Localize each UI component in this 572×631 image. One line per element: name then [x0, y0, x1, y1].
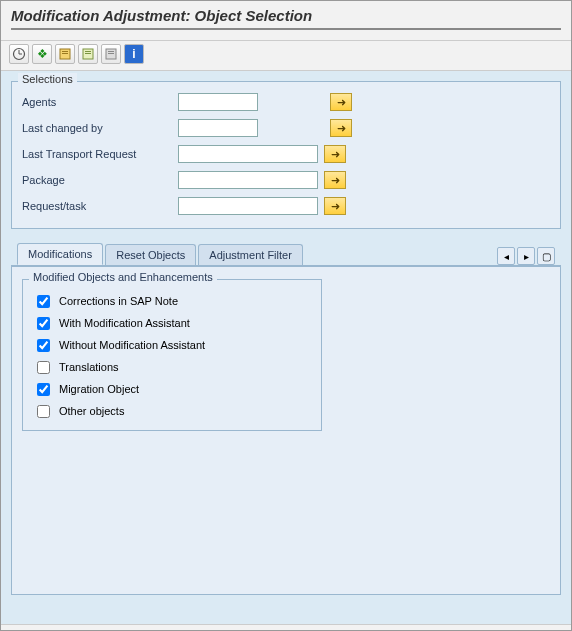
- svg-rect-7: [85, 51, 91, 52]
- chk-corrections-sap-note[interactable]: [37, 295, 50, 308]
- delete-variant-icon[interactable]: [101, 44, 121, 64]
- get-variant-icon[interactable]: [78, 44, 98, 64]
- selection-row: Last Transport Request ➜: [22, 142, 550, 166]
- selection-row: Last changed by ➜: [22, 116, 550, 140]
- tab-reset-objects[interactable]: Reset Objects: [105, 244, 196, 265]
- chk-with-mod-assist[interactable]: [37, 317, 50, 330]
- multi-select-icon[interactable]: ➜: [330, 119, 352, 137]
- selection-row: Request/task ➜: [22, 194, 550, 218]
- agents-input[interactable]: [178, 93, 258, 111]
- multi-select-icon[interactable]: ➜: [324, 197, 346, 215]
- svg-rect-10: [108, 51, 114, 52]
- multi-select-icon[interactable]: ➜: [324, 145, 346, 163]
- tab-scroll-right-icon[interactable]: ▸: [517, 247, 535, 265]
- title-bar: Modification Adjustment: Object Selectio…: [1, 1, 571, 41]
- selection-row: Package ➜: [22, 168, 550, 192]
- tab-modifications[interactable]: Modifications: [17, 243, 103, 265]
- selection-row: Agents ➜: [22, 90, 550, 114]
- checkbox-row: Migration Object: [33, 378, 311, 400]
- selections-group: Selections Agents ➜ Last changed by ➜ La…: [11, 81, 561, 229]
- execute-icon[interactable]: [9, 44, 29, 64]
- checkbox-row: Other objects: [33, 400, 311, 422]
- last-changed-by-input[interactable]: [178, 119, 258, 137]
- footer-strip: [1, 624, 571, 630]
- sap-window: Modification Adjustment: Object Selectio…: [0, 0, 572, 631]
- field-label: Request/task: [22, 200, 172, 212]
- chk-translations[interactable]: [37, 361, 50, 374]
- last-transport-input[interactable]: [178, 145, 318, 163]
- checkbox-label: Without Modification Assistant: [59, 339, 205, 351]
- page-title: Modification Adjustment: Object Selectio…: [11, 7, 561, 30]
- variant-icon[interactable]: ❖: [32, 44, 52, 64]
- tab-body: Modified Objects and Enhancements Correc…: [12, 266, 560, 443]
- info-icon[interactable]: i: [124, 44, 144, 64]
- field-label: Last Transport Request: [22, 148, 172, 160]
- multi-select-icon[interactable]: ➜: [324, 171, 346, 189]
- checkbox-row: Corrections in SAP Note: [33, 290, 311, 312]
- checkbox-label: Other objects: [59, 405, 124, 417]
- tabstrip: Modifications Reset Objects Adjustment F…: [11, 243, 561, 595]
- chk-migration-object[interactable]: [37, 383, 50, 396]
- svg-rect-5: [62, 53, 68, 54]
- multi-select-icon[interactable]: ➜: [330, 93, 352, 111]
- svg-rect-8: [85, 53, 91, 54]
- field-label: Package: [22, 174, 172, 186]
- field-label: Agents: [22, 96, 172, 108]
- tab-scroll-left-icon[interactable]: ◂: [497, 247, 515, 265]
- svg-rect-11: [108, 53, 114, 54]
- checkbox-row: Translations: [33, 356, 311, 378]
- modified-objects-group: Modified Objects and Enhancements Correc…: [22, 279, 322, 431]
- tab-list-icon[interactable]: ▢: [537, 247, 555, 265]
- field-label: Last changed by: [22, 122, 172, 134]
- checkbox-label: Translations: [59, 361, 119, 373]
- checkbox-label: With Modification Assistant: [59, 317, 190, 329]
- chk-without-mod-assist[interactable]: [37, 339, 50, 352]
- svg-rect-4: [62, 51, 68, 52]
- checkbox-row: Without Modification Assistant: [33, 334, 311, 356]
- tab-adjustment-filter[interactable]: Adjustment Filter: [198, 244, 303, 265]
- tabs-row: Modifications Reset Objects Adjustment F…: [11, 242, 561, 264]
- toolbar: ❖ i: [1, 41, 571, 71]
- checkbox-row: With Modification Assistant: [33, 312, 311, 334]
- content-area: © www.tutorialkart.com Selections Agents…: [1, 71, 571, 631]
- tab-body-container: Modified Objects and Enhancements Correc…: [11, 265, 561, 595]
- selections-title: Selections: [18, 73, 77, 85]
- package-input[interactable]: [178, 171, 318, 189]
- save-variant-icon[interactable]: [55, 44, 75, 64]
- chk-other-objects[interactable]: [37, 405, 50, 418]
- request-task-input[interactable]: [178, 197, 318, 215]
- tab-nav: ◂ ▸ ▢: [497, 247, 561, 265]
- modified-objects-title: Modified Objects and Enhancements: [29, 271, 217, 283]
- checkbox-label: Migration Object: [59, 383, 139, 395]
- checkbox-label: Corrections in SAP Note: [59, 295, 178, 307]
